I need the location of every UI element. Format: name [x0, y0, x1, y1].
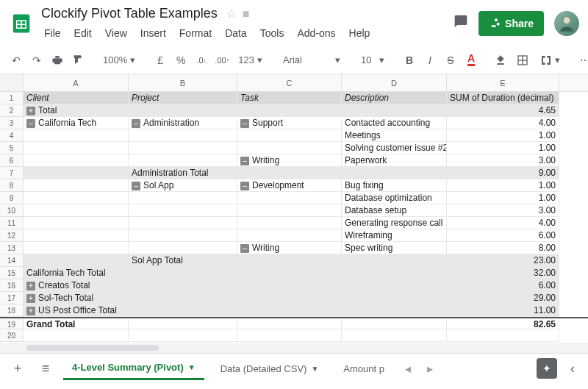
cell[interactable] [129, 192, 237, 204]
explore-button[interactable]: ✦ [537, 358, 557, 379]
collapse-icon[interactable]: – [240, 182, 249, 190]
cell[interactable] [129, 242, 237, 254]
sheets-logo[interactable] [7, 10, 35, 38]
cell[interactable]: Contacted accounting [342, 117, 447, 129]
cell[interactable]: Database optimization [342, 192, 447, 204]
more-formats-select[interactable]: 123▾ [234, 54, 267, 65]
cell[interactable]: 11.00 [447, 304, 559, 317]
cell[interactable] [129, 104, 237, 117]
cell[interactable] [237, 329, 342, 342]
menu-file[interactable]: File [38, 24, 67, 42]
cell[interactable] [129, 329, 237, 342]
cell[interactable] [237, 192, 342, 204]
menu-insert[interactable]: Insert [135, 24, 172, 42]
cell[interactable]: 23.00 [447, 254, 559, 267]
menu-help[interactable]: Help [343, 24, 376, 42]
cell[interactable]: 4.65 [447, 104, 559, 117]
row-header[interactable]: 16 [0, 279, 24, 292]
cell[interactable]: –California Tech [24, 117, 129, 129]
collapse-icon[interactable]: – [240, 157, 249, 165]
row-header[interactable]: 20 [0, 329, 24, 342]
add-sheet-button[interactable]: + [7, 361, 28, 376]
cell[interactable] [129, 267, 237, 279]
row-header[interactable]: 2 [0, 104, 24, 117]
cell[interactable]: 1.00 [447, 192, 559, 204]
cell[interactable]: –Writing [237, 154, 342, 167]
cell[interactable] [24, 204, 129, 217]
cell[interactable] [237, 229, 342, 242]
print-button[interactable] [49, 51, 66, 70]
cell[interactable] [129, 279, 237, 292]
column-header[interactable]: A [24, 74, 129, 91]
cell[interactable] [342, 304, 447, 317]
cell[interactable]: 9.00 [447, 167, 559, 179]
cell[interactable]: 1.00 [447, 129, 559, 142]
pivot-header[interactable]: Project [129, 92, 237, 104]
side-panel-toggle[interactable]: ‹ [564, 361, 581, 376]
cell[interactable] [342, 329, 447, 342]
cell[interactable]: California Tech Total [24, 267, 129, 279]
expand-icon[interactable]: + [26, 107, 35, 115]
cell[interactable]: 6.00 [447, 229, 559, 242]
cell[interactable] [24, 229, 129, 242]
all-sheets-button[interactable]: ≡ [35, 361, 56, 376]
cell[interactable] [342, 267, 447, 279]
cell[interactable] [237, 217, 342, 229]
collapse-icon[interactable]: – [132, 182, 140, 190]
cell[interactable] [237, 104, 342, 117]
cell[interactable]: –Support [237, 117, 342, 129]
cell[interactable]: –Administration [129, 117, 237, 129]
cell[interactable] [24, 179, 129, 192]
cell[interactable]: 3.00 [447, 204, 559, 217]
cell[interactable]: Database setup [342, 204, 447, 217]
redo-button[interactable]: ↷ [28, 51, 46, 70]
cell[interactable] [447, 329, 559, 342]
cell[interactable]: Solving customer issue #2121 [342, 142, 447, 154]
cell[interactable] [237, 267, 342, 279]
row-header[interactable]: 8 [0, 179, 24, 192]
row-header[interactable]: 7 [0, 167, 24, 179]
decrease-decimal-button[interactable]: .0↓ [193, 51, 210, 70]
font-size-select[interactable]: 10▾ [356, 54, 389, 65]
collapse-icon[interactable]: – [26, 119, 35, 128]
pivot-header[interactable]: Task [237, 92, 342, 104]
cell[interactable]: Sol App Total [129, 254, 237, 267]
collapse-icon[interactable]: – [240, 119, 249, 128]
select-all-corner[interactable] [0, 74, 24, 91]
account-avatar[interactable] [554, 11, 579, 36]
italic-button[interactable]: I [421, 51, 439, 70]
expand-icon[interactable]: + [26, 282, 35, 290]
menu-tools[interactable]: Tools [254, 24, 290, 42]
row-header[interactable]: 3 [0, 117, 24, 129]
row-header[interactable]: 11 [0, 217, 24, 229]
cell[interactable] [24, 154, 129, 167]
column-header[interactable]: D [342, 74, 447, 91]
cell[interactable] [129, 129, 237, 142]
menu-format[interactable]: Format [173, 24, 218, 42]
expand-icon[interactable]: + [26, 307, 35, 315]
row-header[interactable]: 4 [0, 129, 24, 142]
currency-button[interactable]: £ [151, 51, 169, 70]
cell[interactable] [342, 318, 447, 329]
cell[interactable] [342, 167, 447, 179]
menu-add-ons[interactable]: Add-ons [291, 24, 341, 42]
pivot-header[interactable]: Description [342, 92, 447, 104]
text-color-button[interactable]: A [462, 51, 480, 70]
horizontal-scrollbar[interactable] [0, 343, 588, 353]
document-title[interactable]: Clockify Pivot Table Examples [38, 4, 220, 23]
cell[interactable] [237, 292, 342, 304]
sheet-tab[interactable]: Data (Detailed CSV)▼ [212, 357, 328, 380]
folder-icon[interactable]: ■ [243, 7, 250, 21]
font-select[interactable]: Arial▾ [279, 54, 345, 65]
row-header[interactable]: 5 [0, 142, 24, 154]
column-header[interactable]: B [129, 74, 237, 91]
strikethrough-button[interactable]: S [442, 51, 459, 70]
cell[interactable]: –Sol App [129, 179, 237, 192]
cell[interactable]: +Total [24, 104, 129, 117]
cell[interactable] [129, 217, 237, 229]
tab-scroll-right[interactable]: ▸ [423, 362, 437, 376]
row-header[interactable]: 17 [0, 292, 24, 304]
cell[interactable]: +Creatos Total [24, 279, 129, 292]
row-header[interactable]: 1 [0, 92, 24, 104]
sheet-tab[interactable]: Amount p [334, 357, 393, 380]
